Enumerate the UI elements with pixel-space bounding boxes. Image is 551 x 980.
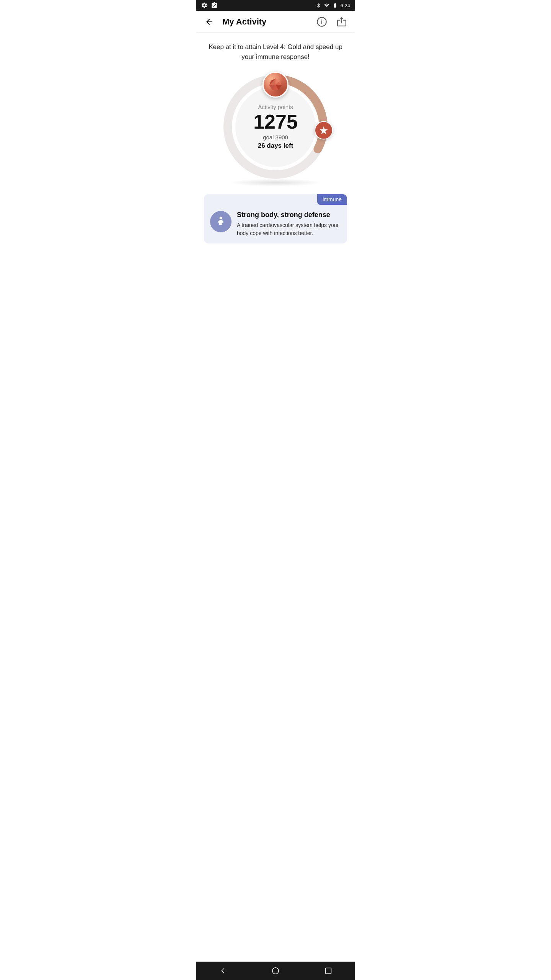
top-nav-right	[315, 15, 349, 29]
signal-icon	[324, 3, 330, 8]
svg-point-15	[220, 217, 222, 219]
status-bar-left	[201, 2, 218, 9]
card-text: Strong body, strong defense A trained ca…	[237, 211, 341, 237]
info-button[interactable]	[315, 15, 329, 29]
status-bar: 6:24	[196, 0, 355, 11]
level-badge-top	[262, 72, 289, 98]
info-card: immune Strong body, strong defense A tra…	[204, 194, 347, 243]
activity-points-label: Activity points	[253, 104, 298, 110]
card-title: Strong body, strong defense	[237, 211, 341, 219]
activity-goal: goal 3900	[253, 134, 298, 140]
status-bar-right: 6:24	[316, 3, 350, 8]
card-body: Strong body, strong defense A trained ca…	[210, 211, 341, 237]
top-nav: My Activity	[196, 11, 355, 33]
top-nav-left: My Activity	[202, 15, 266, 29]
main-content: Keep at it to attain Level 4: Gold and s…	[196, 33, 355, 251]
settings-icon	[201, 2, 208, 9]
circle-shadow	[230, 179, 321, 186]
activity-days-left: 26 days left	[253, 142, 298, 150]
page-title: My Activity	[222, 17, 266, 27]
circle-inner: Activity points 1275 goal 3900 26 days l…	[253, 104, 298, 150]
share-button[interactable]	[335, 15, 349, 29]
activity-circle-container: Activity points 1275 goal 3900 26 days l…	[204, 73, 347, 180]
card-tag: immune	[317, 194, 347, 205]
time-display: 6:24	[341, 3, 350, 8]
motivation-text: Keep at it to attain Level 4: Gold and s…	[204, 42, 347, 62]
battery-icon	[332, 3, 338, 8]
clipboard-icon	[211, 2, 218, 9]
card-description: A trained cardiovascular system helps yo…	[237, 221, 341, 237]
person-icon	[215, 216, 227, 228]
card-icon-circle	[210, 211, 231, 232]
back-button[interactable]	[202, 15, 216, 29]
activity-points-value: 1275	[253, 112, 298, 132]
activity-circle-wrapper: Activity points 1275 goal 3900 26 days l…	[222, 73, 329, 180]
star-badge	[315, 121, 333, 140]
bluetooth-icon	[316, 3, 321, 8]
